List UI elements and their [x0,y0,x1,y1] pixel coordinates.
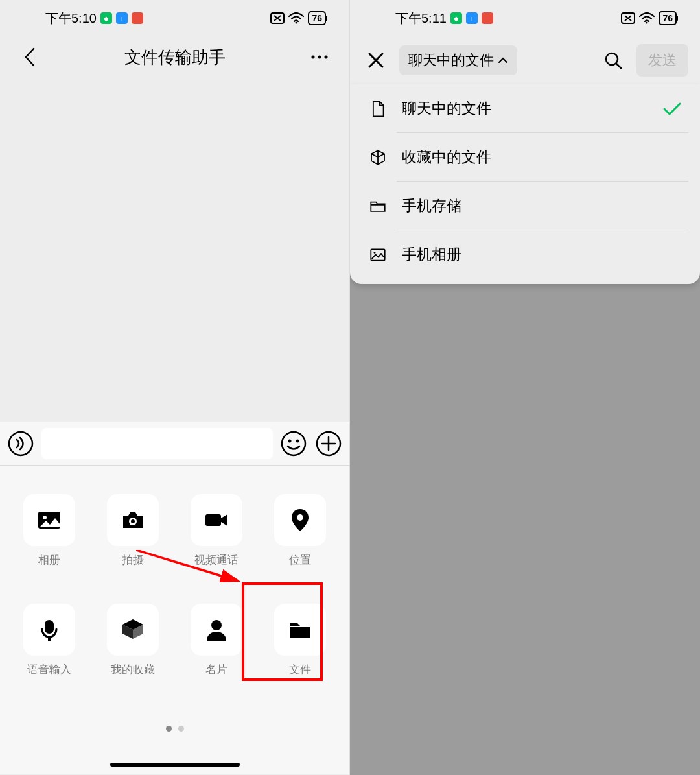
svg-point-13 [131,519,135,523]
attach-option-person[interactable]: 名片 [186,604,248,677]
attach-option-label: 相册 [38,553,60,567]
dropdown-label: 聊天中的文件 [408,51,494,70]
source-option-label: 收藏中的文件 [402,147,682,167]
wifi-icon [288,12,304,24]
no-sim-icon [621,12,635,24]
wifi-icon [639,12,655,24]
svg-point-7 [288,440,292,443]
location-icon [274,494,326,546]
app-indicator-icon: ↑ [466,12,478,24]
plus-button[interactable] [314,429,343,458]
page-indicator [0,726,349,732]
attach-option-location[interactable]: 位置 [270,494,331,567]
attach-option-box[interactable]: 我的收藏 [102,604,163,677]
status-time: 下午5:11 [395,10,447,27]
source-option-label: 手机存储 [402,196,682,216]
mic-icon [23,604,75,656]
box-icon [107,604,159,656]
app-indicator-icon [482,12,493,24]
check-icon [662,102,682,116]
source-option-label: 聊天中的文件 [402,99,648,119]
svg-point-8 [296,440,299,443]
svg-rect-18 [290,627,310,638]
attach-option-photo[interactable]: 相册 [18,494,80,567]
status-bar: 下午5:11 ◆ ↑ 76 [350,0,700,36]
attach-option-label: 拍摄 [122,553,144,567]
picker-navbar: 聊天中的文件 发送 [350,36,700,84]
source-option[interactable]: 手机存储 [350,182,700,230]
source-dropdown-menu: 聊天中的文件 收藏中的文件 手机存储 手机相册 [350,84,700,284]
svg-rect-14 [205,514,221,526]
folder-outline-icon [368,197,388,216]
attach-option-mic[interactable]: 语音输入 [18,604,80,677]
attach-option-label: 视频通话 [194,553,239,567]
emoji-button[interactable] [279,429,308,458]
app-indicator-icon: ↑ [116,12,128,24]
attach-option-camera[interactable]: 拍摄 [102,494,163,567]
app-indicator-icon [132,12,143,24]
more-button[interactable] [305,43,334,71]
svg-point-4 [325,56,328,59]
attach-option-label: 我的收藏 [111,662,155,677]
source-option[interactable]: 手机相册 [350,230,700,279]
svg-point-1 [296,22,298,24]
attach-option-label: 名片 [205,662,228,677]
svg-point-15 [297,514,303,521]
svg-point-11 [43,516,47,519]
person-icon [191,604,242,656]
attach-option-label: 语音输入 [27,662,71,677]
home-indicator[interactable] [110,763,240,767]
close-button[interactable] [362,46,390,75]
svg-point-17 [211,620,222,630]
app-indicator-icon: ◆ [450,12,462,24]
chat-title: 文件传输助手 [44,46,305,69]
svg-point-5 [9,432,32,455]
source-option[interactable]: 聊天中的文件 [350,84,700,133]
camera-icon [107,494,159,546]
back-button[interactable] [16,43,44,71]
svg-point-3 [318,56,321,59]
chat-navbar: 文件传输助手 [0,36,349,78]
chat-input-bar [0,422,349,466]
chevron-up-icon [498,57,508,64]
send-button[interactable]: 发送 [636,44,688,77]
page-dot [166,726,172,732]
page-dot [178,726,184,732]
attach-option-video[interactable]: 视频通话 [186,494,248,567]
source-dropdown-button[interactable]: 聊天中的文件 [399,45,517,75]
cube-icon [368,148,388,167]
svg-point-2 [312,56,315,59]
attach-option-label: 位置 [289,553,311,567]
attachment-panel: 相册 拍摄 视频通话 位置 语音输入 我的收藏 名片 文件 [0,466,349,774]
battery-icon: 76 [308,11,326,25]
status-bar: 下午5:10 ◆ ↑ 76 [0,0,349,36]
status-time: 下午5:10 [45,10,97,27]
svg-point-21 [646,22,648,24]
svg-point-6 [282,432,305,455]
source-option-label: 手机相册 [402,244,682,265]
phone-screen-chat: 下午5:10 ◆ ↑ 76 文件传输助手 [0,0,350,775]
attach-option-folder[interactable]: 文件 [270,604,331,677]
phone-screen-picker: 下午5:11 ◆ ↑ 76 聊天中的文件 [350,0,700,775]
attach-option-label: 文件 [289,662,311,677]
no-sim-icon [270,12,285,24]
folder-icon [274,604,326,656]
source-option[interactable]: 收藏中的文件 [350,133,700,182]
file-icon [368,99,388,119]
battery-icon: 76 [659,11,677,25]
chat-messages-area[interactable] [0,78,349,422]
photo-icon [23,494,75,546]
image-icon [368,245,388,265]
video-icon [191,494,242,546]
svg-rect-16 [48,637,51,641]
voice-button[interactable] [6,429,35,458]
app-indicator-icon: ◆ [100,12,112,24]
search-button[interactable] [599,46,627,75]
message-input[interactable] [41,428,273,459]
svg-point-24 [374,252,376,254]
